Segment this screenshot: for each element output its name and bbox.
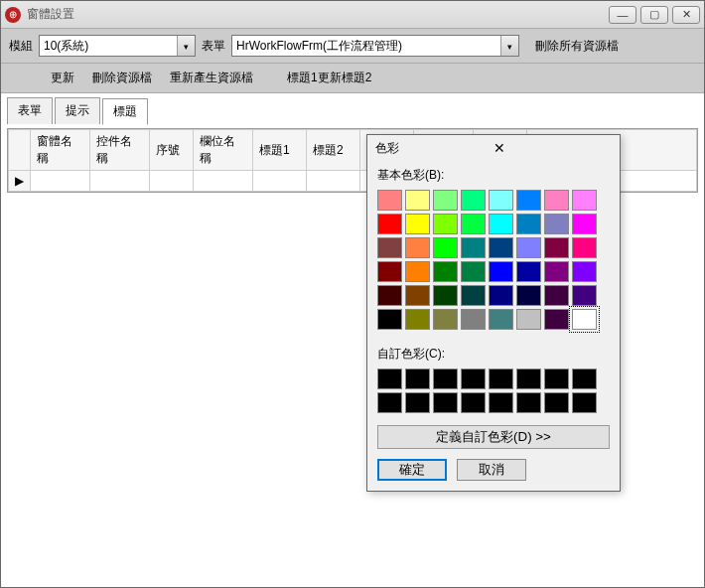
cell-seq[interactable]: [150, 171, 194, 192]
custom-color-swatch[interactable]: [544, 368, 569, 389]
basic-color-swatch[interactable]: [572, 285, 597, 306]
custom-color-swatch[interactable]: [433, 392, 458, 413]
basic-color-swatch[interactable]: [572, 214, 597, 234]
basic-color-swatch[interactable]: [405, 190, 430, 211]
custom-color-swatch[interactable]: [572, 392, 597, 413]
basic-color-swatch[interactable]: [405, 237, 430, 258]
basic-color-swatch[interactable]: [489, 190, 513, 211]
basic-color-swatch[interactable]: [489, 214, 513, 234]
ok-button[interactable]: 確定: [377, 459, 447, 481]
maximize-button[interactable]: ▢: [640, 6, 668, 24]
basic-color-swatch[interactable]: [377, 190, 402, 211]
basic-color-swatch[interactable]: [572, 261, 597, 282]
cell-title1[interactable]: [253, 171, 307, 192]
basic-color-swatch[interactable]: [377, 261, 402, 282]
basic-color-swatch[interactable]: [461, 237, 486, 258]
cell-window-name[interactable]: [31, 171, 90, 192]
basic-color-swatch[interactable]: [405, 309, 430, 330]
module-dropdown-button[interactable]: [177, 36, 195, 56]
basic-color-swatch[interactable]: [489, 309, 513, 330]
custom-color-swatch[interactable]: [461, 368, 486, 389]
basic-color-swatch[interactable]: [433, 190, 458, 211]
basic-color-swatch[interactable]: [516, 214, 541, 234]
basic-color-swatch[interactable]: [544, 309, 569, 330]
basic-color-swatch[interactable]: [433, 285, 458, 306]
minimize-button[interactable]: —: [609, 6, 636, 24]
custom-color-swatch[interactable]: [433, 368, 458, 389]
basic-color-swatch[interactable]: [433, 237, 458, 258]
form-combo[interactable]: [231, 35, 519, 57]
basic-color-swatch[interactable]: [516, 190, 541, 211]
custom-color-swatch[interactable]: [377, 392, 402, 413]
cancel-button[interactable]: 取消: [457, 459, 526, 481]
module-combo[interactable]: [39, 35, 196, 57]
basic-color-swatch[interactable]: [377, 237, 402, 258]
basic-color-swatch[interactable]: [544, 190, 569, 211]
basic-color-swatch[interactable]: [461, 214, 486, 234]
form-dropdown-button[interactable]: [500, 36, 518, 56]
col-seq[interactable]: 序號: [150, 130, 194, 171]
col-title2[interactable]: 標題2: [307, 130, 360, 171]
tab-title[interactable]: 標題: [102, 98, 148, 125]
basic-color-swatch[interactable]: [489, 261, 513, 282]
delete-all-resources-button[interactable]: 刪除所有資源檔: [535, 38, 619, 55]
chevron-down-icon: [184, 39, 189, 53]
custom-color-swatch[interactable]: [544, 392, 569, 413]
basic-color-swatch[interactable]: [516, 285, 541, 306]
custom-color-swatch[interactable]: [405, 368, 430, 389]
basic-color-swatch[interactable]: [572, 237, 597, 258]
refresh-button[interactable]: 更新: [51, 70, 74, 86]
custom-color-swatch[interactable]: [405, 392, 430, 413]
basic-color-swatch[interactable]: [433, 309, 458, 330]
basic-color-swatch[interactable]: [544, 214, 569, 234]
title-swap-button[interactable]: 標題1更新標題2: [287, 70, 371, 86]
basic-color-swatch[interactable]: [405, 214, 430, 234]
define-custom-color-button[interactable]: 定義自訂色彩(D) >>: [377, 425, 610, 449]
basic-color-swatch[interactable]: [461, 261, 486, 282]
basic-color-swatch[interactable]: [461, 285, 486, 306]
basic-color-swatch[interactable]: [544, 261, 569, 282]
custom-color-swatch[interactable]: [461, 392, 486, 413]
basic-color-swatch[interactable]: [489, 285, 513, 306]
tab-form[interactable]: 表單: [7, 97, 53, 124]
basic-color-swatch[interactable]: [516, 309, 541, 330]
delete-resource-button[interactable]: 刪除資源檔: [92, 70, 152, 86]
basic-color-swatch[interactable]: [516, 237, 541, 258]
regenerate-resource-button[interactable]: 重新產生資源檔: [170, 70, 253, 86]
basic-color-swatch[interactable]: [377, 309, 402, 330]
custom-color-swatch[interactable]: [516, 368, 541, 389]
basic-color-swatch[interactable]: [572, 190, 597, 211]
basic-color-swatch[interactable]: [405, 285, 430, 306]
tab-hint[interactable]: 提示: [55, 97, 100, 124]
form-input[interactable]: [232, 39, 500, 53]
basic-color-swatch[interactable]: [433, 214, 458, 234]
basic-color-swatch[interactable]: [461, 309, 486, 330]
basic-color-swatch[interactable]: [377, 214, 402, 234]
basic-color-swatch[interactable]: [544, 237, 569, 258]
cell-title2[interactable]: [307, 171, 360, 192]
col-field-name[interactable]: 欄位名稱: [194, 130, 253, 171]
basic-color-swatch[interactable]: [489, 237, 513, 258]
col-window-name[interactable]: 窗體名稱: [31, 130, 90, 171]
basic-color-swatch[interactable]: [377, 285, 402, 306]
custom-color-swatch[interactable]: [572, 368, 597, 389]
color-dialog-close-icon[interactable]: ✕: [490, 138, 612, 158]
basic-color-swatch[interactable]: [544, 285, 569, 306]
custom-color-swatch[interactable]: [489, 392, 513, 413]
cell-field-name[interactable]: [194, 171, 253, 192]
col-title1[interactable]: 標題1: [253, 130, 307, 171]
module-input[interactable]: [40, 39, 177, 53]
custom-color-swatch[interactable]: [377, 368, 402, 389]
basic-color-swatch[interactable]: [433, 261, 458, 282]
basic-color-swatch[interactable]: [572, 309, 597, 330]
basic-color-swatch[interactable]: [516, 261, 541, 282]
col-control-name[interactable]: 控件名稱: [90, 130, 150, 171]
toolbar-primary: 模組 表單 刪除所有資源檔: [1, 29, 704, 64]
close-button[interactable]: ✕: [672, 6, 700, 24]
custom-color-swatch[interactable]: [516, 392, 541, 413]
color-dialog-title: 色彩: [375, 140, 490, 157]
custom-color-swatch[interactable]: [489, 368, 513, 389]
cell-control-name[interactable]: [90, 171, 150, 192]
basic-color-swatch[interactable]: [405, 261, 430, 282]
basic-color-swatch[interactable]: [461, 190, 486, 211]
